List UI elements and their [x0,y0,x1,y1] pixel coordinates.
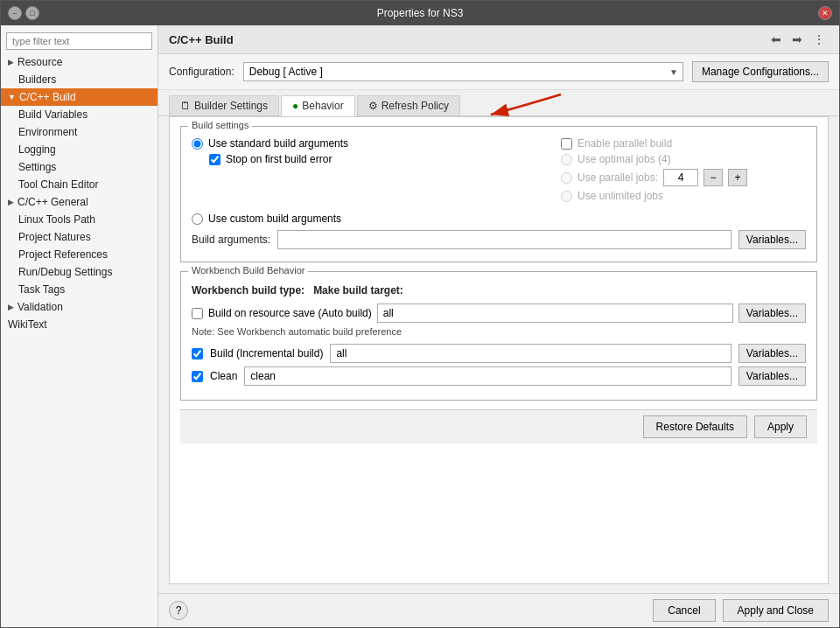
content-header: C/C++ Build ⬅ ➡ ⋮ [158,25,839,54]
filter-input[interactable] [6,32,152,50]
sidebar-label-wikitext: WikiText [8,318,47,331]
sidebar-label-logging: Logging [18,143,56,156]
auto-build-variables-button[interactable]: Variables... [738,304,806,323]
sidebar-item-project-natures[interactable]: Project Natures [1,228,158,246]
sidebar-label-builders: Builders [18,73,56,86]
tab-behavior-label: Behavior [302,100,343,112]
build-args-input[interactable] [277,230,732,249]
content-panel: C/C++ Build ⬅ ➡ ⋮ Configuration: Debug [… [158,25,839,627]
sidebar-item-validation[interactable]: ▶ Validation [1,298,158,316]
cancel-button[interactable]: Cancel [653,599,715,622]
parallel-increment-button[interactable]: + [728,169,747,186]
sidebar-label-task-tags: Task Tags [18,283,65,296]
forward-button[interactable]: ➡ [788,31,806,48]
incremental-build-checkbox[interactable] [192,348,203,359]
clean-checkbox[interactable] [192,371,203,382]
use-standard-radio[interactable] [192,138,203,150]
config-row: Configuration: Debug [ Active ] Release … [158,54,839,90]
sidebar-item-task-tags[interactable]: Task Tags [1,281,158,298]
sidebar: ▶ Resource Builders ▼ C/C++ Build Build … [1,25,158,627]
sidebar-item-build-variables[interactable]: Build Variables [1,106,158,123]
enable-parallel-label: Enable parallel build [578,137,672,150]
parallel-jobs-radio[interactable] [561,172,572,184]
sidebar-label-settings: Settings [18,161,56,173]
apply-and-close-button[interactable]: Apply and Close [723,599,829,622]
unlimited-jobs-label: Use unlimited jobs [578,190,663,202]
auto-build-row: Build on resource save (Auto build) Vari… [192,304,806,323]
use-standard-radio-row: Use standard build arguments [192,137,561,150]
optimal-jobs-radio[interactable] [561,154,572,165]
tabs-container: 🗒 Builder Settings ● Behavior ⚙ Refresh … [158,90,839,116]
clean-variables-button[interactable]: Variables... [738,366,806,386]
minimize-button[interactable]: − [8,6,22,20]
sidebar-item-cpp-general[interactable]: ▶ C/C++ General [1,193,158,211]
auto-build-input[interactable] [377,304,733,323]
sidebar-label-tool-chain-editor: Tool Chain Editor [18,178,98,191]
menu-button[interactable]: ⋮ [809,31,829,48]
close-button[interactable]: ✕ [818,6,832,20]
tab-builder-settings[interactable]: 🗒 Builder Settings [169,95,279,115]
parallel-jobs-row: Use parallel jobs: 4 − + [561,169,806,186]
maximize-button[interactable]: □ [25,6,39,20]
main-area: ▶ Resource Builders ▼ C/C++ Build Build … [1,25,839,627]
enable-parallel-row: Enable parallel build [561,137,806,150]
auto-build-label: Build on resource save (Auto build) [208,307,372,319]
sidebar-item-settings[interactable]: Settings [1,158,158,176]
tab-content: Build settings Use standard build argume… [169,116,829,584]
builder-settings-icon: 🗒 [180,100,191,112]
manage-configurations-button[interactable]: Manage Configurations... [692,61,829,82]
workbench-columns: Workbench build type: Make build target: [192,284,806,300]
sidebar-item-tool-chain-editor[interactable]: Tool Chain Editor [1,176,158,193]
incremental-variables-button[interactable]: Variables... [738,344,806,363]
sidebar-item-wikitext[interactable]: WikiText [1,316,158,333]
optimal-jobs-label: Use optimal jobs (4) [578,153,671,165]
tab-behavior[interactable]: ● Behavior [281,95,355,116]
sidebar-label-environment: Environment [18,126,77,138]
footer-bar: ? Cancel Apply and Close [158,593,839,627]
incremental-build-input[interactable] [330,344,731,363]
behavior-icon: ● [292,100,298,112]
auto-build-checkbox[interactable] [192,308,203,319]
auto-build-note: Note: See Workbench automatic build pref… [192,326,806,337]
sidebar-label-cpp-general: C/C++ General [18,196,88,208]
build-args-label: Build arguments: [192,234,270,246]
sidebar-item-logging[interactable]: Logging [1,141,158,158]
config-label: Configuration: [169,66,234,78]
sidebar-item-linux-tools[interactable]: Linux Tools Path [1,211,158,228]
stop-on-error-row: Stop on first build error [209,153,561,165]
header-actions: ⬅ ➡ ⋮ [767,31,829,48]
tab-refresh-policy[interactable]: ⚙ Refresh Policy [357,95,460,115]
clean-input[interactable] [244,366,732,386]
sidebar-item-run-debug[interactable]: Run/Debug Settings [1,263,158,281]
wb-type-label: Workbench build type: [192,284,304,297]
sidebar-label-run-debug: Run/Debug Settings [18,266,112,278]
sidebar-item-environment[interactable]: Environment [1,123,158,141]
apply-button[interactable]: Apply [754,415,807,438]
config-select[interactable]: Debug [ Active ] Release All Configurati… [243,62,683,81]
sidebar-item-builders[interactable]: Builders [1,71,158,88]
enable-parallel-checkbox[interactable] [561,138,572,150]
parallel-jobs-input[interactable]: 4 [663,169,698,186]
build-args-variables-button[interactable]: Variables... [738,230,806,249]
workbench-section: Workbench Build Behavior Workbench build… [180,271,817,401]
incremental-build-label: Build (Incremental build) [210,347,323,359]
sidebar-item-resource[interactable]: ▶ Resource [1,53,158,71]
footer-buttons: Cancel Apply and Close [653,599,829,622]
tabs: 🗒 Builder Settings ● Behavior ⚙ Refresh … [158,90,839,116]
content-title: C/C++ Build [169,33,234,46]
help-button[interactable]: ? [169,601,188,620]
stop-on-error-checkbox[interactable] [209,154,220,165]
parallel-decrement-button[interactable]: − [704,169,723,186]
tab-builder-settings-label: Builder Settings [194,100,268,112]
unlimited-jobs-radio[interactable] [561,191,572,202]
use-custom-radio-row: Use custom build arguments [192,213,806,225]
back-button[interactable]: ⬅ [767,31,785,48]
sidebar-item-project-references[interactable]: Project References [1,246,158,263]
use-custom-radio[interactable] [192,213,203,225]
sidebar-item-cpp-build[interactable]: ▼ C/C++ Build [1,88,158,106]
refresh-policy-icon: ⚙ [368,100,378,112]
build-settings-label: Build settings [188,120,252,130]
config-select-wrapper: Debug [ Active ] Release All Configurati… [243,62,683,81]
expand-icon-cpp: ▼ [8,93,16,101]
restore-defaults-button[interactable]: Restore Defaults [643,415,747,438]
